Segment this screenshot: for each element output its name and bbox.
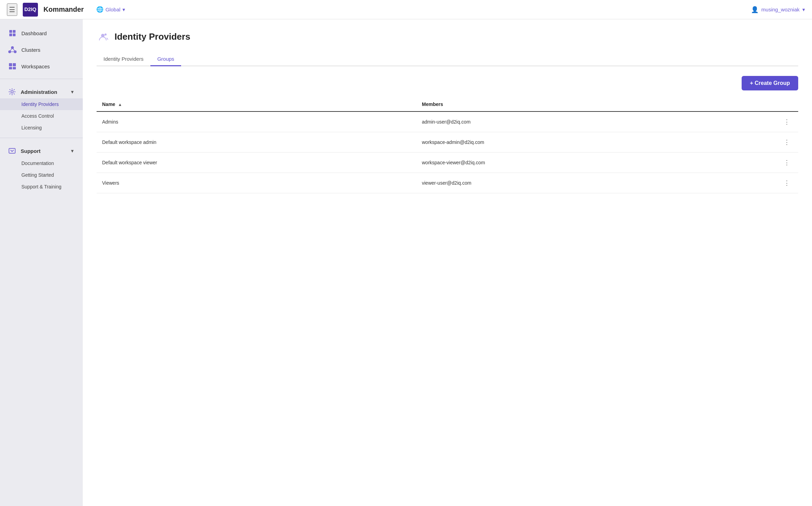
global-chevron-icon: ▾ <box>122 7 125 13</box>
svg-point-14 <box>11 91 13 93</box>
tab-identity-providers[interactable]: Identity Providers <box>97 52 150 66</box>
svg-point-17 <box>105 33 107 36</box>
dashboard-label: Dashboard <box>21 30 47 36</box>
administration-label: Administration <box>21 89 57 95</box>
create-group-label: + Create Group <box>750 80 790 86</box>
support-label: Support <box>21 148 41 154</box>
globe-icon: 🌐 <box>96 6 103 13</box>
row-more-button[interactable]: ⋮ <box>781 137 793 147</box>
sidebar-item-licensing[interactable]: Licensing <box>0 122 83 134</box>
sidebar-item-documentation[interactable]: Documentation <box>0 157 83 169</box>
svg-line-8 <box>12 48 15 52</box>
workspaces-label: Workspaces <box>21 64 50 69</box>
user-icon: 👤 <box>751 6 759 13</box>
toolbar: + Create Group <box>97 76 798 90</box>
cell-actions: ⋮ <box>775 132 798 153</box>
cell-members: admin-user@d2iq.com <box>416 111 775 132</box>
top-navigation: ☰ D2 IQ Kommander 🌐 Global ▾ 👤 musing_wo… <box>0 0 812 19</box>
svg-rect-11 <box>13 63 16 66</box>
groups-table: Name ▲ Members Admins admin-user@d2iq.co… <box>97 97 798 193</box>
support-training-label: Support & Training <box>21 184 61 189</box>
sidebar-section-support[interactable]: Support ▼ <box>0 142 83 157</box>
cell-members: workspace-admin@d2iq.com <box>416 132 775 153</box>
svg-rect-10 <box>9 63 12 66</box>
sidebar-item-access-control[interactable]: Access Control <box>0 110 83 122</box>
sidebar-item-getting-started[interactable]: Getting Started <box>0 169 83 181</box>
support-icon <box>8 147 16 155</box>
cell-members: viewer-user@d2iq.com <box>416 173 775 193</box>
sidebar-item-workspaces[interactable]: Workspaces <box>0 58 83 75</box>
user-chevron-icon: ▾ <box>802 7 805 13</box>
column-members: Members <box>416 97 775 111</box>
identity-providers-label: Identity Providers <box>21 101 59 107</box>
table-row: Viewers viewer-user@d2iq.com ⋮ <box>97 173 798 193</box>
tabs: Identity Providers Groups <box>97 52 798 66</box>
cell-name: Viewers <box>97 173 416 193</box>
sidebar-item-clusters[interactable]: Clusters <box>0 41 83 58</box>
sidebar-item-identity-providers[interactable]: Identity Providers <box>0 98 83 110</box>
svg-rect-3 <box>13 33 16 36</box>
sidebar-item-dashboard[interactable]: Dashboard <box>0 25 83 41</box>
documentation-label: Documentation <box>21 160 54 166</box>
column-name[interactable]: Name ▲ <box>97 97 416 111</box>
row-more-button[interactable]: ⋮ <box>781 157 793 168</box>
svg-rect-2 <box>9 33 12 36</box>
cell-members: workspace-viewer@d2iq.com <box>416 153 775 173</box>
dashboard-icon <box>8 29 17 37</box>
sidebar-section-administration[interactable]: Administration ▼ <box>0 83 83 98</box>
cell-name: Default workspace admin <box>97 132 416 153</box>
page-header: Identity Providers <box>97 30 798 43</box>
cell-name: Default workspace viewer <box>97 153 416 173</box>
logo: D2 IQ <box>23 3 38 17</box>
brand-name: Kommander <box>43 6 84 13</box>
getting-started-label: Getting Started <box>21 172 54 178</box>
svg-rect-12 <box>9 67 12 69</box>
support-chevron-icon: ▼ <box>70 148 75 154</box>
administration-icon <box>8 88 16 96</box>
row-more-button[interactable]: ⋮ <box>781 117 793 127</box>
clusters-icon <box>8 46 17 54</box>
workspaces-icon <box>8 62 17 70</box>
row-more-button[interactable]: ⋮ <box>781 178 793 188</box>
access-control-label: Access Control <box>21 113 54 119</box>
main-content: Identity Providers Identity Providers Gr… <box>83 19 812 506</box>
global-label: Global <box>106 7 120 12</box>
table-row: Default workspace admin workspace-admin@… <box>97 132 798 153</box>
sidebar-item-support-training[interactable]: Support & Training <box>0 181 83 193</box>
cell-actions: ⋮ <box>775 153 798 173</box>
table-row: Default workspace viewer workspace-viewe… <box>97 153 798 173</box>
clusters-label: Clusters <box>21 47 40 53</box>
cell-actions: ⋮ <box>775 111 798 132</box>
username-label: musing_wozniak <box>761 7 800 12</box>
tab-groups[interactable]: Groups <box>150 52 181 66</box>
page-title: Identity Providers <box>115 31 190 42</box>
licensing-label: Licensing <box>21 125 42 130</box>
hamburger-menu-button[interactable]: ☰ <box>7 3 17 16</box>
svg-rect-1 <box>13 30 16 33</box>
table-row: Admins admin-user@d2iq.com ⋮ <box>97 111 798 132</box>
svg-rect-0 <box>9 30 12 33</box>
svg-line-7 <box>10 48 12 52</box>
create-group-button[interactable]: + Create Group <box>742 76 798 90</box>
sidebar: Dashboard Clusters <box>0 19 83 506</box>
page-header-icon <box>97 30 109 43</box>
user-menu[interactable]: 👤 musing_wozniak ▾ <box>751 6 805 13</box>
sort-name-icon: ▲ <box>118 102 122 107</box>
cell-actions: ⋮ <box>775 173 798 193</box>
administration-chevron-icon: ▼ <box>70 89 75 95</box>
svg-rect-15 <box>9 148 15 153</box>
cell-name: Admins <box>97 111 416 132</box>
global-selector[interactable]: 🌐 Global ▾ <box>93 4 128 14</box>
svg-rect-13 <box>13 67 16 69</box>
